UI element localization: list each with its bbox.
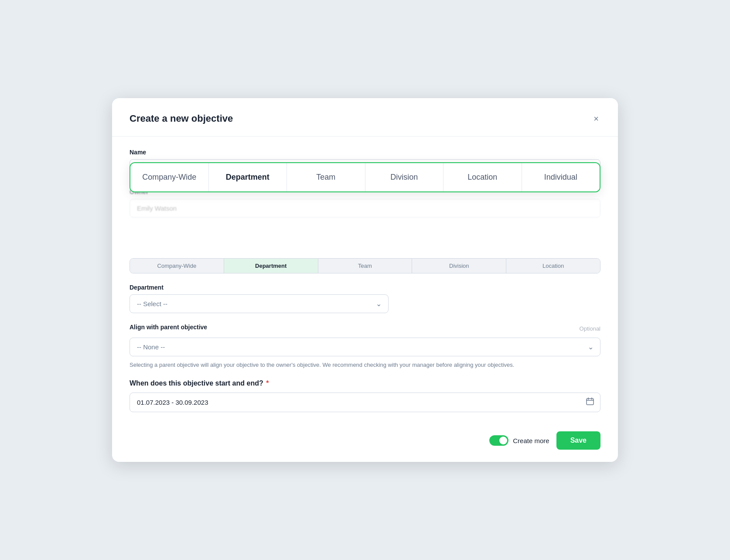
type-tab-team[interactable]: Team: [318, 259, 413, 273]
modal-header: Create a new objective ×: [112, 98, 618, 137]
tab-team[interactable]: Team: [287, 163, 365, 191]
type-tab-company-wide[interactable]: Company-Wide: [130, 259, 224, 273]
department-label: Department: [130, 284, 600, 291]
owner-input[interactable]: [130, 199, 600, 218]
create-more-toggle[interactable]: [489, 435, 508, 446]
tab-location[interactable]: Location: [443, 163, 522, 191]
toggle-knob: [499, 437, 507, 444]
align-label: Align with parent objective: [130, 324, 207, 331]
department-select-wrapper: -- Select -- Engineering Marketing Sales…: [130, 294, 389, 313]
optional-tag: Optional: [580, 325, 600, 332]
close-icon: ×: [594, 114, 599, 124]
modal: Create a new objective × Name Owner: [112, 98, 618, 462]
tab-division[interactable]: Division: [365, 163, 444, 191]
date-question: When does this objective start and end? …: [130, 379, 600, 387]
type-tabs-row: Company-Wide Department Team Division Lo…: [130, 258, 600, 273]
type-tab-division[interactable]: Division: [412, 259, 506, 273]
modal-backdrop: Create a new objective × Name Owner: [0, 0, 730, 560]
department-select[interactable]: -- Select -- Engineering Marketing Sales…: [130, 294, 389, 313]
date-field-group: When does this objective start and end? …: [130, 379, 600, 412]
type-tab-location[interactable]: Location: [506, 259, 600, 273]
modal-footer: Create more Save: [112, 423, 618, 462]
align-label-row: Align with parent objective Optional: [130, 324, 600, 334]
align-field-group: Align with parent objective Optional -- …: [130, 324, 600, 369]
close-button[interactable]: ×: [592, 112, 600, 126]
department-field-group: Department -- Select -- Engineering Mark…: [130, 284, 600, 313]
save-button[interactable]: Save: [556, 431, 600, 450]
required-star: *: [266, 379, 269, 387]
date-input-wrapper: [130, 393, 600, 412]
owner-field-group: Owner: [130, 188, 600, 218]
modal-title: Create a new objective: [130, 113, 233, 124]
tab-company-wide[interactable]: Company-Wide: [130, 163, 209, 191]
tab-selector-box: Company-Wide Department Team Division Lo…: [130, 162, 600, 192]
align-select-wrapper: -- None -- ⌄: [130, 338, 600, 356]
tab-department[interactable]: Department: [209, 163, 287, 191]
align-select[interactable]: -- None --: [130, 338, 600, 356]
create-more-group: Create more: [489, 435, 549, 446]
align-hint-text: Selecting a parent objective will align …: [130, 361, 600, 369]
popup-section: Owner Company-Wide Department Team Divis…: [130, 188, 600, 249]
type-tab-department[interactable]: Department: [224, 259, 318, 273]
modal-body: Name Owner Company-Wide Department Team …: [112, 137, 618, 413]
date-input[interactable]: [130, 393, 600, 412]
tab-individual[interactable]: Individual: [522, 163, 600, 191]
name-label: Name: [130, 149, 600, 156]
create-more-label: Create more: [513, 437, 549, 444]
